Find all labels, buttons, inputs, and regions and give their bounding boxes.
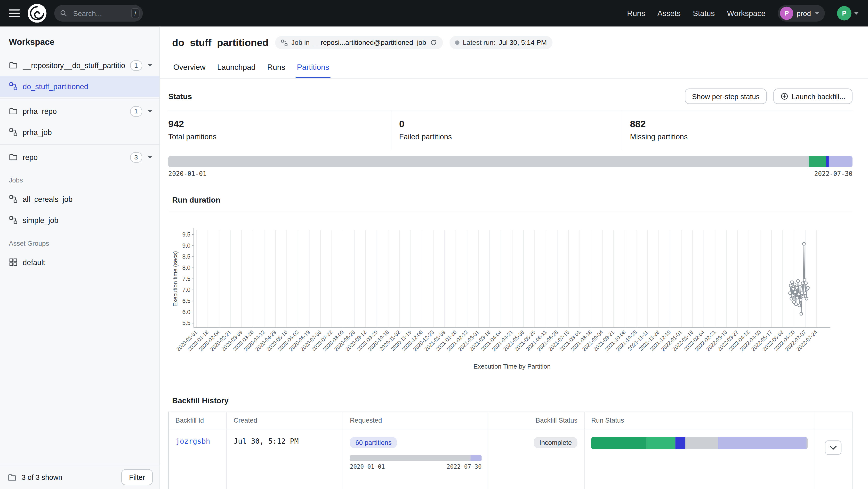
bar-segment [809, 156, 826, 167]
svg-text:7.5: 7.5 [182, 275, 190, 282]
svg-text:7.0: 7.0 [182, 286, 190, 293]
page-tabs: Overview Launchpad Runs Partitions [160, 57, 868, 78]
backfill-status-chip: Incomplete [534, 437, 578, 448]
search-input[interactable] [72, 8, 127, 18]
show-per-step-status-button[interactable]: Show per-step status [685, 89, 767, 104]
stat-value: 0 [399, 119, 622, 130]
sidebar-item-prha-repo[interactable]: prha_repo 1 [0, 101, 159, 122]
svg-text:8.5: 8.5 [182, 253, 190, 260]
stat-label: Missing partitions [630, 133, 852, 141]
svg-text:5.5: 5.5 [182, 320, 190, 326]
chevron-down-icon[interactable] [147, 156, 153, 159]
deployment-name: prod [797, 9, 811, 18]
nav-link-workspace[interactable]: Workspace [727, 9, 766, 18]
job-origin-tag: Job in __reposi...artitioned@partitioned… [275, 36, 443, 49]
partition-date-range: 2020-01-01 2022-07-30 [168, 170, 852, 177]
launch-backfill-button[interactable]: Launch backfill... [773, 89, 852, 104]
sidebar-item-prha-job[interactable]: prha_job [0, 122, 159, 143]
job-icon [9, 195, 18, 204]
bar-segment [829, 156, 852, 167]
col-run-status: Run Status [585, 412, 814, 429]
backfill-history-heading: Backfill History [160, 376, 868, 412]
requested-date-range: 2020-01-01 2022-07-30 [350, 463, 482, 469]
bar-segment [646, 437, 676, 449]
stat-label: Failed partitions [399, 133, 622, 141]
deployment-switcher[interactable]: P prod [778, 5, 825, 22]
backfill-id-link[interactable]: jozrgsbh [176, 437, 210, 445]
latest-run-label: Latest run: [463, 39, 495, 46]
dagster-logo[interactable] [28, 4, 46, 23]
run-status-cell [585, 429, 814, 489]
run-duration-heading: Run duration [160, 177, 868, 211]
sidebar-item-label: all_cereals_job [23, 195, 153, 203]
job-tag-path-link[interactable]: __reposi...artitioned@partitioned_job [313, 39, 426, 46]
stat-value: 942 [168, 119, 391, 130]
nav-link-assets[interactable]: Assets [657, 9, 681, 18]
folder-icon [9, 153, 18, 162]
partition-stats: 942 Total partitions 0 Failed partitions… [168, 111, 852, 150]
requested-progress-bar [350, 455, 482, 461]
count-badge: 3 [130, 152, 142, 162]
sidebar-item-label: prha_job [23, 128, 153, 136]
hamburger-menu-icon[interactable] [9, 9, 20, 18]
divider [168, 211, 852, 211]
count-badge: 1 [130, 60, 142, 70]
bar-segment [685, 437, 718, 449]
bar-segment [676, 437, 685, 449]
tab-overview[interactable]: Overview [172, 57, 207, 78]
folder-icon [9, 61, 18, 70]
divider [0, 98, 159, 99]
partition-end-date: 2022-07-30 [814, 170, 852, 177]
svg-text:Execution Time by Partition: Execution Time by Partition [473, 363, 551, 370]
status-heading: Status [168, 92, 192, 101]
stat-label: Total partitions [168, 133, 391, 141]
stat-value: 882 [630, 119, 852, 130]
search-icon [60, 9, 68, 17]
sidebar-item-all-cereals-job[interactable]: all_cereals_job [0, 189, 159, 210]
job-icon [9, 128, 18, 137]
svg-text:6.5: 6.5 [182, 298, 190, 304]
table-header-row: Backfill Id Created Requested Backfill S… [169, 412, 852, 429]
filter-button[interactable]: Filter [121, 469, 153, 485]
bar-segment [591, 437, 646, 449]
partition-status-bar[interactable] [168, 156, 852, 167]
run-status-dot [455, 40, 459, 45]
stat-total-partitions: 942 Total partitions [168, 111, 391, 150]
main-content: do_stuff_partitioned Job in __reposi...a… [160, 27, 868, 489]
job-tag-prefix: Job in [291, 39, 310, 46]
nav-link-status[interactable]: Status [693, 9, 715, 18]
col-expand [814, 412, 852, 429]
svg-text:9.5: 9.5 [182, 231, 190, 238]
user-menu[interactable]: P [837, 6, 859, 20]
refresh-icon[interactable] [429, 39, 437, 46]
workspace-sidebar: Workspace __repository__do_stuff_partiti… [0, 27, 160, 489]
tab-runs[interactable]: Runs [266, 57, 286, 78]
sidebar-item-label: prha_repo [23, 107, 125, 115]
asset-group-icon [9, 258, 18, 267]
bar-segment [168, 156, 809, 167]
col-backfill-status: Backfill Status [488, 412, 585, 429]
tab-partitions[interactable]: Partitions [296, 57, 330, 78]
deployment-avatar: P [780, 6, 793, 20]
sidebar-item-simple-job[interactable]: simple_job [0, 209, 159, 231]
sidebar-item-repository-do-stuff[interactable]: __repository__do_stuff_partitio... 1 [0, 55, 159, 76]
nav-link-runs[interactable]: Runs [627, 9, 645, 18]
sidebar-item-default-asset-group[interactable]: default [0, 252, 159, 273]
tab-launchpad[interactable]: Launchpad [216, 57, 256, 78]
jobs-section-label: Jobs [0, 168, 159, 189]
expand-row-button[interactable] [825, 440, 841, 455]
sidebar-footer: 3 of 3 shown Filter [0, 465, 159, 489]
sidebar-item-repo[interactable]: repo 3 [0, 146, 159, 168]
run-status-bar[interactable] [591, 437, 808, 449]
chevron-down-icon[interactable] [147, 109, 153, 113]
partition-count-chip[interactable]: 60 partitions [350, 437, 397, 448]
sidebar-item-do-stuff-partitioned[interactable]: do_stuff_partitioned [0, 76, 159, 97]
chevron-down-icon[interactable] [147, 64, 153, 67]
table-row: jozrgsbh Jul 30, 5:12 PM 60 partitions 2… [169, 429, 852, 489]
latest-run-time-link[interactable]: Jul 30, 5:14 PM [499, 39, 547, 46]
expand-cell [814, 429, 852, 489]
run-duration-chart: 2020-01-012020-01-182020-02-042020-02-21… [171, 226, 868, 376]
page-title: do_stuff_partitioned [172, 37, 269, 48]
page-header: do_stuff_partitioned Job in __reposi...a… [160, 27, 868, 52]
global-search[interactable]: / [54, 5, 143, 22]
